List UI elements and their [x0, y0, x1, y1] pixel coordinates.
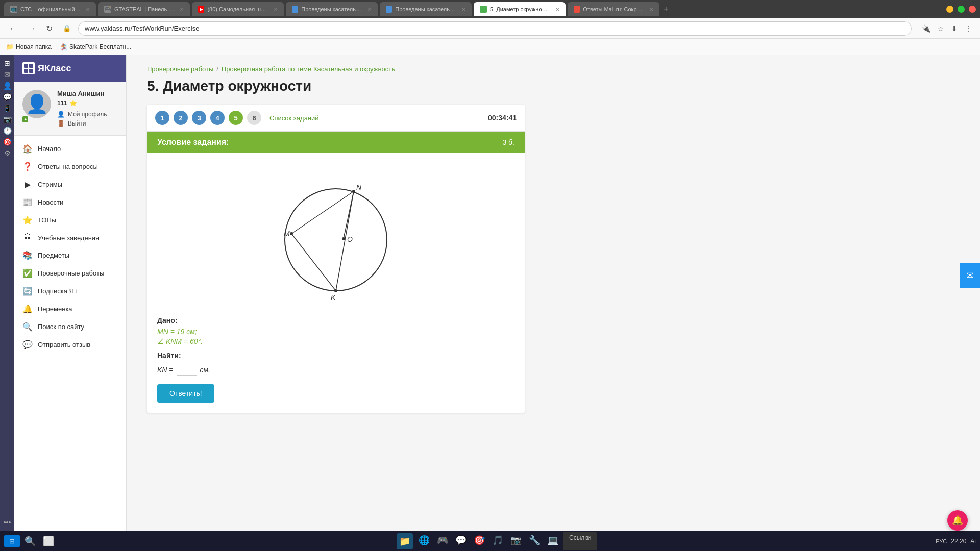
notification-button[interactable]: 🔔	[947, 510, 968, 531]
task-num-5[interactable]: 5	[229, 111, 243, 125]
user-links: 👤 Мой профиль 🚪 Выйти	[57, 111, 107, 127]
maximize-button[interactable]	[958, 6, 965, 13]
nav-feedback[interactable]: 💬 Отправить отзыв	[14, 336, 126, 354]
home-nav-icon: 🏠	[22, 144, 33, 154]
mail-side-button[interactable]: ✉	[960, 263, 980, 288]
logo-square-4	[29, 69, 33, 73]
nav-subjects[interactable]: 📚 Предметы	[14, 246, 126, 264]
sidebar: ЯКласс 👤 ● Миша Анишин 111 ⭐	[14, 55, 127, 531]
task-list-button[interactable]: Список заданий	[270, 114, 319, 122]
tab-7[interactable]: Ответы Mail.ru: Сокраще...✕	[568, 2, 659, 16]
svg-line-12	[344, 191, 354, 239]
close-button[interactable]	[969, 6, 976, 13]
task-num-6[interactable]: 6	[247, 111, 261, 125]
find-title: Найти:	[157, 352, 514, 360]
taskbar-icon-extra4[interactable]: 🔧	[526, 532, 543, 548]
tab-5[interactable]: Проведены касательные...✕	[380, 2, 472, 16]
task-num-4[interactable]: 4	[210, 111, 225, 125]
main-layout: ⊞ ✉ 👤 💬 📱 📷 🕐 🎯 ⚙ ••• ЯКласс	[0, 55, 980, 531]
start-button[interactable]: ⊞	[4, 535, 20, 547]
taskbar-discord[interactable]: 💬	[453, 532, 469, 548]
svg-point-0	[285, 189, 387, 291]
bookmark-skatepark[interactable]: 🏂 SkatePark Бесплатн...	[60, 43, 131, 51]
tab-2-close[interactable]: ✕	[180, 7, 184, 12]
breadcrumb-page[interactable]: Проверочная работа по теме Касательная и…	[222, 65, 395, 73]
extensions-icon[interactable]: 🔌	[920, 22, 933, 35]
new-tab-button[interactable]: +	[664, 5, 668, 14]
logo-icon	[22, 62, 35, 74]
taskbar-icon-extra1[interactable]: 🎯	[471, 532, 487, 548]
tab-4-close[interactable]: ✕	[368, 7, 372, 12]
nav-home[interactable]: 🏠 Начало	[14, 140, 126, 158]
nav-search[interactable]: 🔍 Поиск по сайту	[14, 318, 126, 336]
logout-link[interactable]: 🚪 Выйти	[57, 120, 107, 127]
taskbar-icon-extra5[interactable]: 💻	[545, 532, 561, 548]
tab-5-close[interactable]: ✕	[461, 7, 465, 12]
bookmark-star-icon[interactable]: ☆	[936, 22, 946, 35]
forward-button[interactable]: →	[24, 22, 39, 35]
tab-7-close[interactable]: ✕	[649, 7, 653, 12]
task-num-1[interactable]: 1	[155, 111, 169, 125]
nav-schools[interactable]: 🏛 Учебные заведения	[14, 229, 126, 246]
tab-3[interactable]: ▶(80) Самодельная шкурк...✕	[192, 2, 284, 16]
taskbar-icon-extra2[interactable]: 🎵	[489, 532, 506, 548]
taskbar-chrome[interactable]: 🌐	[416, 532, 432, 548]
tab-1-close[interactable]: ✕	[86, 7, 90, 12]
minimize-button[interactable]	[946, 6, 953, 13]
nav-break[interactable]: 🔔 Переменка	[14, 300, 126, 318]
tab-1[interactable]: 📺СТС – официальный сайт...✕	[4, 2, 96, 16]
browser-tabs-bar: 📺СТС – официальный сайт...✕ 🎮GTASTEAL | …	[0, 0, 980, 18]
submit-button[interactable]: Ответить!	[157, 384, 214, 403]
taskbar-steam[interactable]: 🎮	[434, 532, 451, 548]
taskbar-file-explorer[interactable]: 📁	[397, 533, 413, 549]
taskbar-bookmarks[interactable]: Ссылки	[563, 532, 597, 550]
nav-tops[interactable]: ⭐ ТОПы	[14, 211, 126, 229]
nav-subscription[interactable]: 🔄 Подписка Я+	[14, 282, 126, 300]
answer-input[interactable]	[177, 364, 197, 376]
tab-3-close[interactable]: ✕	[274, 7, 278, 12]
answers-icon: ❓	[22, 162, 33, 171]
svg-line-9	[291, 191, 354, 234]
side-strip-icon-3[interactable]: 👤	[3, 82, 12, 90]
address-bar[interactable]	[78, 21, 912, 36]
svg-text:M: M	[284, 230, 290, 238]
taskbar-time: 22:20	[951, 538, 966, 545]
task-nav: 1 2 3 4 5 6 Список заданий 00:34:41	[147, 105, 525, 132]
task-num-3[interactable]: 3	[192, 111, 206, 125]
download-icon[interactable]: ⬇	[949, 22, 960, 35]
breadcrumb: Проверочные работы / Проверочная работа …	[147, 65, 960, 73]
nav-streams[interactable]: ▶ Стримы	[14, 176, 126, 193]
side-strip-icon-9[interactable]: ⚙	[4, 149, 11, 157]
breadcrumb-root[interactable]: Проверочные работы	[147, 65, 213, 73]
taskbar-search-icon[interactable]: 🔍	[22, 533, 38, 549]
nav-answers[interactable]: ❓ Ответы на вопросы	[14, 158, 126, 176]
menu-icon[interactable]: ⋮	[963, 22, 974, 35]
home-button[interactable]: 🔒	[60, 22, 74, 34]
tab-2[interactable]: 🎮GTASTEAL | Панель упра...✕	[98, 2, 190, 16]
nav-news[interactable]: 📰 Новости	[14, 193, 126, 211]
logo-square-3	[24, 69, 28, 73]
find-expr: KN =	[157, 366, 174, 374]
side-strip-icon-5[interactable]: 📱	[3, 104, 12, 112]
back-button[interactable]: ←	[6, 22, 20, 35]
taskbar-lang: РУС	[936, 538, 947, 544]
star-icon: ⭐	[69, 99, 77, 107]
refresh-button[interactable]: ↻	[43, 21, 56, 35]
taskbar-icon-extra3[interactable]: 📷	[508, 532, 524, 548]
bookmark-folder[interactable]: 📁 Новая папка	[6, 43, 52, 51]
side-strip-icon-dots[interactable]: •••	[4, 518, 11, 527]
tab-6-close[interactable]: ✕	[555, 7, 559, 12]
tab-6-active[interactable]: 5. Диаметр окружности✕	[474, 2, 566, 16]
nav-tests[interactable]: ✅ Проверочные работы	[14, 264, 126, 282]
side-strip-icon-6[interactable]: 📷	[3, 115, 12, 123]
task-num-2[interactable]: 2	[174, 111, 188, 125]
side-strip-icon-8[interactable]: 🎯	[3, 138, 12, 146]
logo-square-1	[24, 64, 28, 68]
side-strip-icon-2[interactable]: ✉	[4, 70, 10, 79]
my-profile-link[interactable]: 👤 Мой профиль	[57, 111, 107, 118]
tab-4[interactable]: Проведены касательные...✕	[286, 2, 378, 16]
side-strip-icon-1[interactable]: ⊞	[4, 59, 10, 67]
side-strip-icon-7[interactable]: 🕐	[3, 127, 12, 135]
taskbar-cortana-icon[interactable]: ⬜	[40, 533, 57, 549]
side-strip-icon-4[interactable]: 💬	[3, 93, 12, 101]
